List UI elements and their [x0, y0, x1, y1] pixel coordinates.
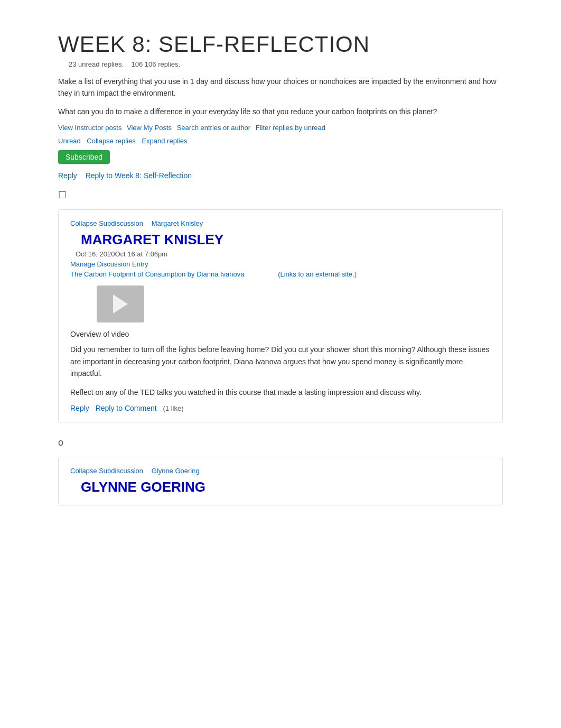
entry-overview-1: Overview of video [70, 330, 491, 338]
expand-replies[interactable]: Expand replies [142, 137, 187, 145]
entry-top-links-1: Collapse Subdiscussion Margaret Knisley [70, 219, 491, 227]
description-1: Make a list of everything that you use i… [58, 76, 503, 99]
collapse-subdiscussion-2[interactable]: Collapse Subdiscussion [70, 467, 143, 475]
video-thumbnail-1[interactable] [97, 285, 144, 322]
description-2: What can you do to make a difference in … [58, 106, 503, 117]
reply-to-comment-link-1[interactable]: Reply to Comment [96, 404, 157, 412]
page-title: WEEK 8: SELF-REFLECTION [58, 32, 503, 57]
small-indicator-o: o [58, 437, 503, 448]
reply-to-week-link[interactable]: Reply to Week 8: Self-Reflection [86, 171, 192, 180]
entry-body-1: Did you remember to turn off the lights … [70, 344, 491, 379]
carbon-footprint-link[interactable]: The Carbon Footprint of Consumption by D… [70, 270, 245, 278]
discussion-entry-1: Collapse Subdiscussion Margaret Knisley … [58, 209, 503, 422]
top-reply-links: Reply Reply to Week 8: Self-Reflection [58, 171, 503, 180]
search-entries-link[interactable]: Search entries or author [177, 124, 250, 132]
play-icon-1 [113, 294, 128, 314]
external-link-1: The Carbon Footprint of Consumption by D… [70, 270, 491, 278]
author-link-2[interactable]: Glynne Goering [152, 467, 200, 475]
reply-comment-link-1[interactable]: Reply [70, 404, 89, 412]
toolbar-links: View Instructor posts View My Posts Sear… [58, 124, 503, 132]
total-replies: 106 106 replies. [132, 60, 181, 68]
entry-top-links-2: Collapse Subdiscussion Glynne Goering [70, 467, 491, 475]
subscribed-button[interactable]: Subscribed [58, 150, 110, 164]
entry-bottom-links-1: Reply Reply to Comment (1 like) [70, 404, 491, 412]
collapse-replies[interactable]: Collapse replies [87, 137, 136, 145]
discussion-entry-2: Collapse Subdiscussion Glynne Goering GL… [58, 457, 503, 505]
entry-reflect-1: Reflect on any of the TED talks you watc… [70, 386, 491, 398]
entry-date-1: Oct 16, 2020Oct 16 at 7:06pm [70, 250, 491, 258]
unread-count: 23 unread replies. [69, 60, 124, 68]
view-my-posts-link[interactable]: View My Posts [127, 124, 172, 132]
filter-replies-link[interactable]: Filter replies by unread [256, 124, 325, 132]
collapse-subdiscussion-1[interactable]: Collapse Subdiscussion [70, 219, 143, 227]
meta-line: 23 unread replies. 106 106 replies. [58, 60, 503, 68]
external-note-1: (Links to an external site.) [278, 270, 357, 278]
author-name-1[interactable]: MARGARET KNISLEY [70, 232, 491, 248]
author-name-2[interactable]: GLYNNE GOERING [70, 479, 491, 495]
unread-filter[interactable]: Unread [58, 137, 81, 145]
entry-likes-1: (1 like) [163, 404, 184, 412]
view-instructor-posts-link[interactable]: View Instructor posts [58, 124, 121, 132]
checkbox-area[interactable]: ☐ [58, 189, 503, 201]
author-link-1[interactable]: Margaret Knisley [152, 219, 203, 227]
sub-toolbar: Unread Collapse replies Expand replies [58, 137, 503, 145]
manage-discussion-entry-1[interactable]: Manage Discussion Entry [70, 260, 491, 268]
reply-link[interactable]: Reply [58, 171, 77, 180]
